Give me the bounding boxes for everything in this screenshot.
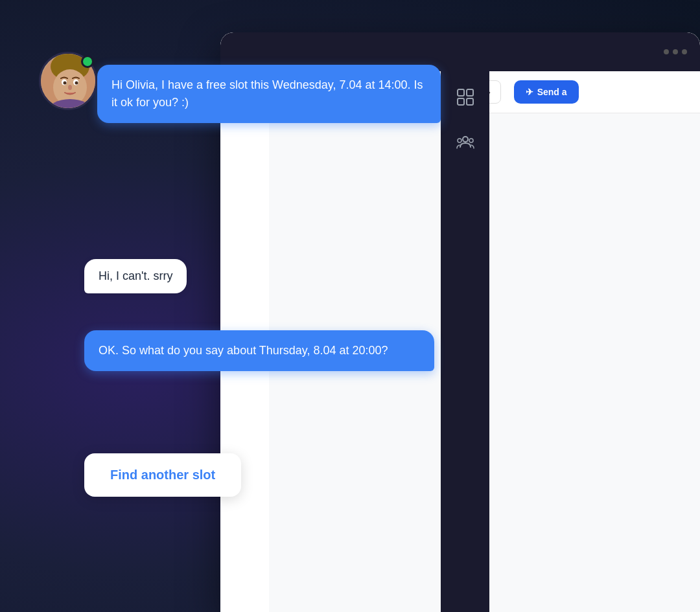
avatar-container (39, 52, 97, 110)
svg-point-15 (469, 139, 473, 142)
svg-point-14 (458, 139, 461, 142)
svg-point-13 (463, 137, 468, 142)
today-button[interactable]: Today (334, 81, 382, 103)
svg-point-7 (68, 85, 72, 90)
send-button[interactable]: ✈ Send a (514, 80, 579, 104)
sidebar-logo-icon[interactable] (452, 84, 478, 110)
svg-point-6 (75, 82, 78, 85)
send-icon: ✈ (526, 87, 533, 97)
svg-rect-10 (467, 89, 473, 96)
svg-rect-9 (458, 89, 464, 96)
svg-rect-12 (467, 98, 473, 105)
tablet-dot-1 (664, 49, 669, 54)
calendar-logo: CM (282, 79, 308, 105)
tablet-dot-3 (682, 49, 687, 54)
tablet-dot-2 (673, 49, 678, 54)
logo-text: CM (289, 87, 301, 97)
sidebar (441, 71, 489, 612)
svg-point-5 (64, 82, 67, 85)
svg-rect-11 (458, 98, 464, 105)
send-label: Send a (537, 87, 567, 97)
ranges-button[interactable]: Ranges (388, 81, 443, 103)
sidebar-team-icon[interactable] (452, 130, 478, 155)
tablet-frame: CM Today Ranges ‹ › ✈ Send a Mon Tue 21 (220, 32, 700, 612)
tablet-topbar (220, 32, 700, 71)
online-status-indicator (81, 55, 94, 68)
